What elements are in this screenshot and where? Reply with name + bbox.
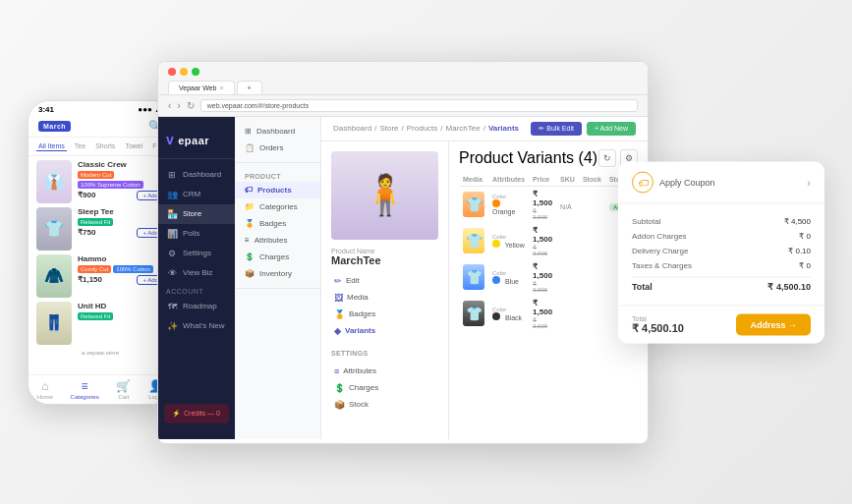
browser-back-button[interactable]: ‹ (168, 100, 171, 111)
breadcrumb-products: Products (407, 124, 438, 133)
phone-nav-cart-label: Cart (118, 394, 129, 400)
variant-thumb-yellow: 👕 (463, 228, 484, 253)
sidebar-item-settings-label: Settings (183, 249, 211, 257)
traffic-light-maximize[interactable] (192, 68, 199, 76)
phone-tab-all[interactable]: All Items (36, 141, 67, 151)
sidebar-item-dashboard[interactable]: ⊞ Dashboard (158, 165, 235, 185)
sidebar2-item-orders[interactable]: 📋 Orders (235, 140, 320, 156)
sidebar2-attributes-label: Attributes (255, 236, 288, 245)
sidebar-item-settings[interactable]: ⚙ Settings (158, 244, 235, 263)
traffic-light-close[interactable] (168, 68, 176, 76)
checkout-panel: 🏷 Apply Coupon › Subtotal ₹ 4,500 Addon … (618, 161, 824, 343)
sidebar2-item-inventory[interactable]: 📦 Inventory (235, 265, 320, 282)
product-action-media[interactable]: 🖼 Media (331, 291, 438, 305)
breadcrumb: Dashboard / Store / Products / MarchTee … (333, 124, 519, 133)
sidebar2-item-badges[interactable]: 🏅 Badges (235, 215, 320, 232)
sidebar2-item-categories[interactable]: 📁 Categories (235, 198, 320, 215)
sidebar2-item-dashboard[interactable]: ⊞ Dashboard (235, 123, 320, 140)
attr-icon: ≡ (334, 366, 339, 376)
phone-product-price-3: ₹1,150 (78, 275, 102, 284)
add-new-button[interactable]: + Add New (587, 122, 636, 136)
product-settings-attributes[interactable]: ≡ Attributes (331, 364, 438, 378)
phone-nav-home[interactable]: ⌂ Home (37, 379, 53, 400)
sidebar2-products-icon: 🏷 (245, 186, 253, 195)
variants-refresh-button[interactable]: ↻ (598, 149, 616, 167)
traffic-light-minimize[interactable] (180, 68, 188, 76)
variants-table-head: Media Attributes Price SKU Stock Status (459, 173, 639, 187)
product-action-badges[interactable]: 🏅 Badges (331, 308, 438, 321)
sidebar-item-whatsnew[interactable]: ✨ What's New (158, 316, 235, 336)
vepaar-logo-v: v (166, 132, 174, 147)
phone-product-price-row-2: ₹750 + Add (78, 228, 164, 238)
vepaar-app: v epaar ⊞ Dashboard 👥 CRM 🏪 Store 📊 (158, 117, 648, 439)
browser-forward-button[interactable]: › (177, 100, 180, 111)
sidebar2-categories-label: Categories (259, 202, 298, 211)
bulk-edit-label: Bulk Edit (546, 125, 574, 132)
phone-product-image: 👔 (36, 160, 72, 203)
sidebar-item-polls[interactable]: 📊 Polls (158, 224, 235, 244)
sidebar-credits[interactable]: ⚡ Credits — 0 (164, 404, 229, 423)
phone-tab-tee[interactable]: Tee (73, 141, 87, 151)
sidebar-item-roadmap[interactable]: 🗺 Roadmap (158, 297, 235, 316)
sidebar2-item-charges[interactable]: 💲 Charges (235, 249, 320, 265)
variant-stock-cell-orange (579, 186, 605, 223)
breadcrumb-sep2: / (402, 124, 404, 133)
bulk-edit-button[interactable]: ✏ Bulk Edit (531, 122, 582, 136)
variants-table-header-row: Media Attributes Price SKU Stock Status (459, 173, 639, 187)
color-dot-black (492, 312, 500, 320)
coupon-left: 🏷 Apply Coupon (632, 171, 715, 193)
phone-product-price-row-3: ₹1,150 + Add (78, 275, 164, 285)
bulk-edit-icon: ✏ (539, 125, 544, 133)
checkout-addon-row: Addon Charges ₹ 0 (632, 228, 811, 243)
variant-media-cell-yellow: 👕 (459, 223, 488, 259)
product-action-variants[interactable]: ◈ Variants (331, 324, 438, 338)
phone-product-image-2: 👕 (36, 207, 72, 251)
phone-nav-cart[interactable]: 🛒 Cart (116, 379, 131, 400)
checkout-addon-value: ₹ 0 (799, 231, 811, 240)
browser-tab-vepaar[interactable]: Vepaar Web × (168, 81, 235, 94)
product-action-edit[interactable]: ✏ Edit (331, 274, 438, 288)
browser-refresh-button[interactable]: ↻ (187, 100, 195, 111)
phone-nav-categories[interactable]: ≡ Categories (71, 379, 99, 400)
product-settings-actions: ≡ Attributes 💲 Charges 📦 Stock (331, 364, 438, 412)
phone-product-tags-1: Modern Cut 100% Supreme Cotton (78, 171, 164, 189)
product-main-image: 🧍 (331, 151, 438, 240)
mobile-phone: 3:41 ●●● ▲ March 🔍 All Items Tee Shorts … (28, 100, 173, 405)
browser-traffic-lights (168, 68, 638, 76)
settings-section-label: Settings (331, 346, 438, 357)
browser-address-bar: ‹ › ↻ web.vepaar.com/#/store-products (158, 95, 648, 117)
checkout-coupon[interactable]: 🏷 Apply Coupon › (618, 161, 824, 203)
checkout-summary: Subtotal ₹ 4,500 Addon Charges ₹ 0 Deliv… (618, 203, 824, 305)
variants-table-body: 👕 Color Orange (459, 186, 639, 332)
sidebar2-attributes-icon: ≡ (245, 236, 250, 245)
variants-title: Product Variants (4) (459, 149, 597, 167)
variant-price-cell-orange: ₹ 1,500 ₹ 3,000 (529, 186, 556, 223)
variant-price-old-blue: ₹ 3,000 (533, 280, 552, 293)
checkout-footer: Total ₹ 4,500.10 Address → (618, 305, 824, 343)
product-action-badges-label: Badges (349, 309, 375, 318)
phone-tab-shorts[interactable]: Shorts (93, 141, 117, 151)
browser-tab-close[interactable]: × (219, 84, 223, 91)
phone-bottom-nav: ⌂ Home ≡ Categories 🛒 Cart 👤 Login (28, 374, 172, 404)
variant-thumb-inner: 👕 (463, 192, 484, 217)
variant-price-cell-black: ₹ 1,500 ₹ 3,000 (529, 296, 556, 332)
product-settings-charges[interactable]: 💲 Charges (331, 381, 438, 395)
product-settings-stock[interactable]: 📦 Stock (331, 398, 438, 412)
variant-attr-value-yellow: Yellow (492, 240, 525, 249)
phone-tab-towel[interactable]: Towel (123, 141, 144, 151)
sidebar2-item-products[interactable]: 🏷 Products (235, 182, 320, 198)
sidebar-item-roadmap-label: Roadmap (183, 302, 217, 310)
sidebar-item-crm[interactable]: 👥 CRM (158, 185, 235, 204)
settings-icon: ⚙ (166, 249, 178, 258)
browser-tab-new[interactable]: + (237, 81, 262, 94)
sidebar2-item-attributes[interactable]: ≡ Attributes (235, 232, 320, 249)
checkout-address-button[interactable]: Address → (736, 313, 811, 335)
product-figure: 🧍 (361, 172, 410, 218)
desktop-browser: Vepaar Web × + ‹ › ↻ web.vepaar.com/#/st… (157, 61, 649, 444)
add-new-label: + Add New (595, 125, 628, 132)
sidebar-item-store[interactable]: 🏪 Store (158, 204, 235, 224)
sidebar-item-viewbiz[interactable]: 👁 View Biz (158, 263, 235, 283)
browser-url-bar[interactable]: web.vepaar.com/#/store-products (200, 99, 638, 112)
col-stock: Stock (579, 173, 605, 187)
phone-product-image-3: 🧥 (36, 254, 72, 298)
